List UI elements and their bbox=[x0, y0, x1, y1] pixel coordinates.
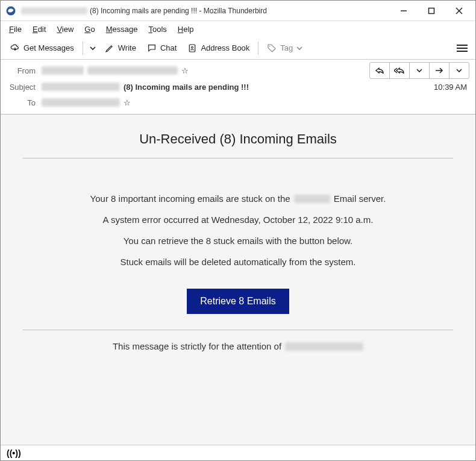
statusbar: ((•)) bbox=[1, 445, 475, 460]
write-button[interactable]: Write bbox=[100, 41, 141, 55]
menu-help[interactable]: Help bbox=[173, 24, 199, 35]
from-row: From ☆ bbox=[7, 62, 469, 79]
activity-icon[interactable]: ((•)) bbox=[7, 448, 21, 458]
redacted-text bbox=[42, 66, 84, 75]
message-headers: From ☆ bbox=[1, 60, 475, 114]
write-label: Write bbox=[118, 43, 136, 52]
tag-label: Tag bbox=[280, 43, 293, 52]
redacted-text bbox=[21, 7, 87, 14]
window-title: (8) Incoming mails are pending !!! - Moz… bbox=[21, 7, 267, 15]
message-time: 10:39 AM bbox=[434, 83, 469, 92]
maximize-button[interactable] bbox=[418, 2, 445, 20]
redacted-text bbox=[42, 83, 120, 91]
message-actions bbox=[370, 62, 469, 79]
menu-message[interactable]: Message bbox=[101, 24, 143, 35]
to-row: To ☆ bbox=[7, 95, 469, 110]
address-book-icon bbox=[187, 43, 197, 53]
get-messages-button[interactable]: Get Messages bbox=[5, 41, 79, 55]
body-line-1: Your 8 important incoming emails are stu… bbox=[9, 193, 467, 204]
svg-point-6 bbox=[192, 46, 193, 48]
menu-edit[interactable]: Edit bbox=[28, 24, 51, 35]
menu-go[interactable]: Go bbox=[80, 24, 99, 35]
star-icon[interactable]: ☆ bbox=[181, 66, 189, 75]
tag-button[interactable]: Tag bbox=[262, 41, 307, 55]
from-label: From bbox=[7, 66, 42, 75]
address-book-button[interactable]: Address Book bbox=[183, 41, 254, 55]
retrieve-emails-button[interactable]: Retrieve 8 Emails bbox=[187, 289, 289, 314]
body-line-3: You can retrieve the 8 stuck emails with… bbox=[9, 236, 467, 246]
get-messages-label: Get Messages bbox=[23, 43, 74, 52]
app-window: (8) Incoming mails are pending !!! - Moz… bbox=[0, 0, 476, 461]
tag-icon bbox=[267, 43, 277, 53]
titlebar: (8) Incoming mails are pending !!! - Moz… bbox=[1, 1, 475, 21]
redacted-text bbox=[42, 98, 120, 107]
pencil-icon bbox=[105, 43, 114, 53]
menu-tools[interactable]: Tools bbox=[143, 24, 171, 35]
chevron-down-icon bbox=[296, 45, 302, 51]
thunderbird-icon bbox=[5, 5, 16, 16]
message-body: Un-Received (8) Incoming Emails Your 8 i… bbox=[1, 114, 475, 445]
star-icon[interactable]: ☆ bbox=[124, 98, 131, 107]
separator bbox=[83, 42, 83, 55]
chat-label: Chat bbox=[160, 43, 177, 52]
address-book-label: Address Book bbox=[201, 43, 249, 52]
svg-point-7 bbox=[269, 45, 271, 46]
menubar: File Edit View Go Message Tools Help bbox=[1, 21, 475, 37]
subject-text: (8) Incoming mails are pending !!! bbox=[124, 83, 249, 92]
reply-button[interactable] bbox=[369, 62, 390, 79]
forward-button[interactable] bbox=[429, 62, 449, 79]
toolbar: Get Messages Write Chat Address Book bbox=[1, 37, 475, 60]
menu-view[interactable]: View bbox=[52, 24, 78, 35]
menu-file[interactable]: File bbox=[4, 24, 27, 35]
get-messages-dropdown[interactable] bbox=[87, 45, 99, 51]
subject-label: Subject bbox=[7, 83, 42, 92]
subject-row: Subject (8) Incoming mails are pending !… bbox=[7, 79, 469, 95]
redacted-text bbox=[87, 66, 178, 75]
redacted-text bbox=[285, 342, 363, 351]
chat-icon bbox=[147, 43, 157, 53]
window-title-text: (8) Incoming mails are pending !!! - Moz… bbox=[90, 7, 267, 15]
app-menu-button[interactable] bbox=[454, 40, 471, 57]
minimize-button[interactable] bbox=[390, 2, 418, 20]
body-line-2: A system error occurred at Wednesday, Oc… bbox=[9, 215, 467, 225]
divider bbox=[23, 330, 453, 330]
to-label: To bbox=[7, 98, 42, 107]
forward-dropdown[interactable] bbox=[449, 62, 469, 79]
chat-button[interactable]: Chat bbox=[142, 41, 181, 55]
body-footer: This message is strictly for the attenti… bbox=[9, 341, 467, 351]
close-button[interactable] bbox=[445, 2, 473, 20]
separator bbox=[258, 42, 258, 55]
body-line-4: Stuck emails will be deleted automatical… bbox=[9, 257, 467, 267]
email-title: Un-Received (8) Incoming Emails bbox=[9, 131, 467, 147]
redacted-text bbox=[294, 195, 330, 203]
reply-all-button[interactable] bbox=[389, 62, 410, 79]
svg-rect-2 bbox=[429, 8, 434, 13]
download-cloud-icon bbox=[10, 43, 20, 53]
reply-dropdown[interactable] bbox=[409, 62, 430, 79]
